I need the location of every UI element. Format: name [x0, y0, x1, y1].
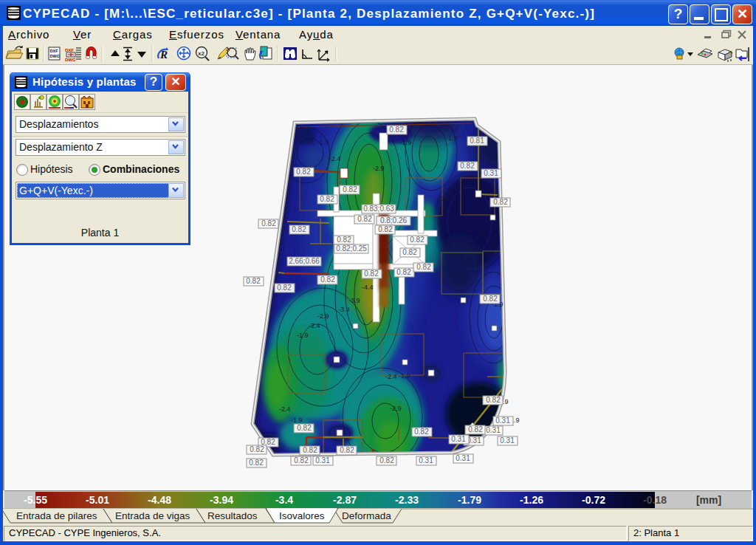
- svg-text:0.82: 0.82: [389, 126, 404, 134]
- svg-text:0.82: 0.82: [379, 456, 394, 465]
- svg-text:-2.4: -2.4: [385, 373, 397, 380]
- svg-text:0.82: 0.82: [250, 445, 264, 453]
- svg-text:0.82: 0.82: [357, 215, 372, 223]
- svg-text:-3.4: -3.4: [338, 306, 350, 313]
- svg-text:0.31: 0.31: [315, 456, 330, 465]
- svg-text:0.82: 0.82: [402, 248, 417, 256]
- svg-text:0.82: 0.82: [320, 275, 335, 284]
- svg-text:0.82: 0.82: [292, 225, 306, 233]
- svg-text:0.82: 0.82: [340, 446, 354, 454]
- svg-text:-1.9: -1.9: [291, 417, 303, 424]
- svg-text:0.31: 0.31: [456, 454, 470, 462]
- svg-text:-2.4: -2.4: [329, 155, 341, 162]
- svg-text:-2.4: -2.4: [309, 322, 320, 329]
- svg-text:0.82: 0.82: [414, 428, 429, 436]
- svg-text:-1.8: -1.8: [317, 139, 329, 146]
- svg-text:-4.4: -4.4: [362, 284, 374, 291]
- svg-text:Isovalores: Isovalores: [279, 510, 325, 521]
- svg-text:0.82: 0.82: [493, 198, 508, 206]
- svg-text:0.82;0.25: 0.82;0.25: [336, 244, 367, 253]
- svg-text:0.31: 0.31: [500, 436, 515, 445]
- svg-text:0.82: 0.82: [460, 162, 475, 170]
- svg-text:0.82: 0.82: [378, 225, 393, 233]
- svg-text:Deformada: Deformada: [342, 510, 391, 521]
- svg-text:Resultados: Resultados: [207, 510, 258, 521]
- svg-text:-2.9: -2.9: [437, 195, 449, 202]
- svg-text:-2.9: -2.9: [373, 165, 385, 172]
- svg-text:0.82: 0.82: [249, 459, 264, 467]
- svg-text:0.82: 0.82: [468, 425, 483, 433]
- svg-text:0.31: 0.31: [484, 169, 498, 177]
- svg-text:0.82: 0.82: [246, 277, 261, 285]
- svg-text:0.8;0.26: 0.8;0.26: [380, 216, 408, 224]
- svg-text:0.31: 0.31: [495, 417, 510, 425]
- svg-text:-1.9: -1.9: [400, 139, 412, 146]
- svg-text:0.82: 0.82: [294, 456, 309, 465]
- svg-text:-2.4: -2.4: [279, 405, 291, 413]
- svg-text:0.82: 0.82: [277, 284, 292, 292]
- svg-text:0.82: 0.82: [303, 446, 317, 454]
- svg-text:0.82: 0.82: [297, 424, 312, 432]
- svg-text:0.83;0.63: 0.83;0.63: [363, 205, 394, 213]
- svg-text:-3.9: -3.9: [348, 297, 360, 304]
- svg-text:0.82: 0.82: [416, 263, 431, 271]
- svg-text:0.31: 0.31: [419, 456, 433, 465]
- svg-text:Entrada de pilares: Entrada de pilares: [16, 510, 97, 521]
- svg-text:-2.9: -2.9: [390, 405, 402, 412]
- svg-text:0.82: 0.82: [261, 219, 276, 227]
- svg-text:-2.9: -2.9: [317, 312, 329, 320]
- svg-text:0.82: 0.82: [486, 396, 501, 404]
- svg-text:-1.4: -1.4: [478, 380, 490, 387]
- svg-text:-1.9: -1.9: [399, 372, 410, 380]
- svg-text:0.82: 0.82: [296, 168, 311, 176]
- svg-text:2.66;0.66: 2.66;0.66: [289, 257, 320, 265]
- svg-text:0.31: 0.31: [486, 426, 501, 434]
- svg-text:0.82: 0.82: [364, 270, 379, 278]
- svg-text:0.81: 0.81: [470, 137, 484, 145]
- svg-text:0.82: 0.82: [343, 185, 357, 193]
- svg-text:Entrada de vigas: Entrada de vigas: [115, 510, 190, 521]
- svg-text:0.82: 0.82: [337, 236, 351, 244]
- svg-text:-1.8: -1.8: [446, 134, 458, 142]
- svg-text:-1.9: -1.9: [297, 332, 309, 339]
- svg-text:0.82: 0.82: [483, 295, 498, 303]
- svg-text:0.82: 0.82: [320, 195, 334, 203]
- svg-text:0.82: 0.82: [396, 268, 411, 276]
- svg-text:0.82: 0.82: [410, 236, 425, 244]
- svg-text:0.31: 0.31: [451, 435, 466, 443]
